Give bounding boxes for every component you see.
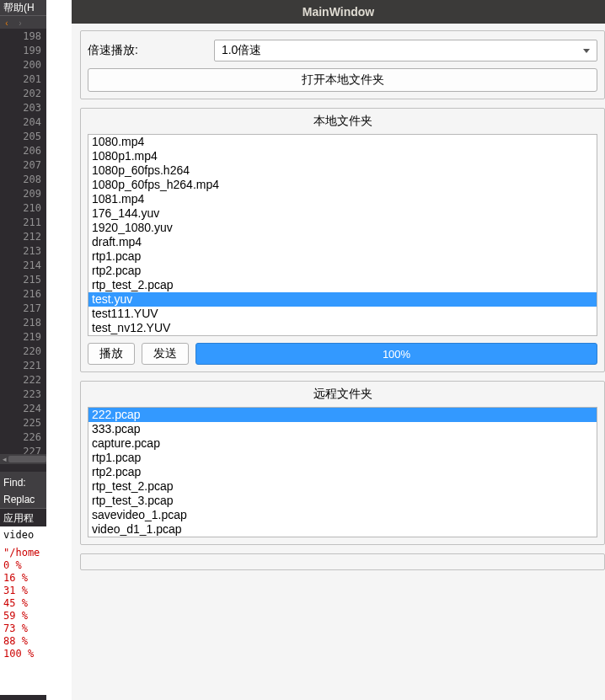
- line-number: 217: [0, 302, 41, 316]
- line-number: 211: [0, 216, 41, 230]
- list-item[interactable]: draft.mp4: [88, 235, 597, 249]
- line-number: 199: [0, 44, 41, 58]
- line-number: 201: [0, 72, 41, 87]
- line-number: 205: [0, 130, 41, 144]
- nav-back-icon[interactable]: ‹: [0, 16, 13, 29]
- line-number: 220: [0, 345, 41, 359]
- playback-controls-group: 倍速播放: 1.0倍速 打开本地文件夹: [80, 30, 605, 99]
- line-number: 225: [0, 416, 41, 430]
- line-number: 202: [0, 87, 41, 101]
- list-item[interactable]: rtp1.pcap: [88, 451, 597, 465]
- list-item[interactable]: test_nv12.YUV: [88, 321, 597, 335]
- line-number: 198: [0, 29, 41, 44]
- line-number: 212: [0, 230, 41, 244]
- list-item[interactable]: rtp_test_2.pcap: [88, 278, 597, 292]
- list-item[interactable]: 1920_1080.yuv: [88, 221, 597, 235]
- speed-combobox[interactable]: 1.0倍速: [214, 40, 597, 61]
- list-item[interactable]: 1081.mp4: [88, 192, 597, 206]
- list-item[interactable]: 1080p1.mp4: [88, 149, 597, 163]
- progress-text: 100%: [383, 348, 410, 361]
- window-title: MainWindow: [72, 0, 605, 24]
- app-output-header: 应用程: [0, 508, 46, 528]
- list-item[interactable]: test111.YUV: [88, 307, 597, 321]
- output-line: 31 %: [3, 585, 43, 597]
- output-line: 59 %: [3, 610, 43, 623]
- list-item[interactable]: 176_144.yuv: [88, 206, 597, 221]
- list-item[interactable]: capture.pcap: [88, 436, 597, 451]
- nav-arrows: ‹ ›: [0, 15, 46, 29]
- output-line: "/home: [3, 547, 43, 559]
- list-item[interactable]: test.yuv: [88, 292, 597, 307]
- list-item[interactable]: rtp1.pcap: [88, 249, 597, 264]
- line-number: 207: [0, 158, 41, 173]
- list-item[interactable]: rtp_test_2.pcap: [88, 479, 597, 494]
- speed-label: 倍速播放:: [88, 43, 138, 58]
- line-number: 204: [0, 115, 41, 130]
- line-number: 219: [0, 330, 41, 345]
- remote-folder-title: 远程文件夹: [88, 387, 597, 402]
- line-number: 216: [0, 287, 41, 302]
- list-item[interactable]: rtp2.pcap: [88, 465, 597, 479]
- line-number: 221: [0, 359, 41, 373]
- output-line: 100 %: [3, 648, 43, 660]
- line-number: 203: [0, 101, 41, 115]
- line-number: 210: [0, 201, 41, 216]
- replace-label: Replac: [3, 491, 43, 508]
- list-item[interactable]: video_d1_1.pcap: [88, 522, 597, 537]
- line-number: 222: [0, 373, 41, 387]
- line-number: 218: [0, 316, 41, 330]
- line-number: 209: [0, 187, 41, 201]
- line-number: 206: [0, 144, 41, 158]
- list-item[interactable]: savevideo_1.pcap: [88, 508, 597, 522]
- upload-progress-bar: 100%: [195, 343, 597, 365]
- find-replace-panel: Find: Replac: [0, 472, 46, 510]
- output-title: video: [3, 529, 43, 542]
- local-folder-title: 本地文件夹: [88, 114, 597, 129]
- main-window: MainWindow 倍速播放: 1.0倍速 打开本地文件夹 本地文件夹 108…: [72, 0, 605, 700]
- line-number-gutter: 1981992002012022032042052062072082092102…: [0, 29, 46, 459]
- output-line: 0 %: [3, 559, 43, 572]
- open-local-folder-button[interactable]: 打开本地文件夹: [88, 68, 597, 92]
- list-item[interactable]: 1080p_60fps.h264: [88, 163, 597, 178]
- line-number: 223: [0, 387, 41, 402]
- remote-folder-group: 远程文件夹 222.pcap333.pcapcapture.pcaprtp1.p…: [80, 381, 605, 545]
- menu-help[interactable]: 帮助(H: [0, 0, 46, 15]
- line-number: 226: [0, 430, 41, 445]
- bottom-group: [80, 553, 605, 570]
- list-item[interactable]: rtp_test_3.pcap: [88, 494, 597, 508]
- horizontal-scrollbar[interactable]: ◂: [0, 454, 46, 464]
- editor-left-panel: 帮助(H ‹ › 1981992002012022032042052062072…: [0, 0, 46, 700]
- scroll-track[interactable]: [8, 456, 46, 462]
- send-button[interactable]: 发送: [142, 343, 189, 365]
- speed-value: 1.0倍速: [222, 43, 261, 58]
- remote-file-listbox[interactable]: 222.pcap333.pcapcapture.pcaprtp1.pcaprtp…: [88, 407, 597, 537]
- line-number: 200: [0, 58, 41, 72]
- play-button[interactable]: 播放: [88, 343, 135, 365]
- local-folder-group: 本地文件夹 1080.mp41080p1.mp41080p_60fps.h264…: [80, 108, 605, 372]
- list-item[interactable]: 333.pcap: [88, 422, 597, 436]
- line-number: 215: [0, 273, 41, 287]
- line-number: 224: [0, 402, 41, 416]
- list-item[interactable]: rtp2.pcap: [88, 264, 597, 278]
- list-item[interactable]: 1080.mp4: [88, 135, 597, 149]
- find-label: Find:: [3, 474, 43, 491]
- editor-body-blank: [46, 0, 72, 700]
- local-file-listbox[interactable]: 1080.mp41080p1.mp41080p_60fps.h2641080p_…: [88, 134, 597, 336]
- output-panel: video "/home0 %16 %31 %45 %59 %73 %88 %1…: [0, 526, 46, 695]
- list-item[interactable]: 1080p_60fps_h264.mp4: [88, 178, 597, 192]
- output-line: 73 %: [3, 623, 43, 635]
- scroll-left-icon[interactable]: ◂: [0, 455, 8, 463]
- nav-forward-icon[interactable]: ›: [13, 16, 27, 29]
- output-line: 88 %: [3, 635, 43, 648]
- line-number: 214: [0, 259, 41, 273]
- output-line: 16 %: [3, 572, 43, 585]
- list-item[interactable]: 222.pcap: [88, 408, 597, 422]
- line-number: 213: [0, 244, 41, 259]
- line-number: 208: [0, 173, 41, 187]
- output-line: 45 %: [3, 597, 43, 610]
